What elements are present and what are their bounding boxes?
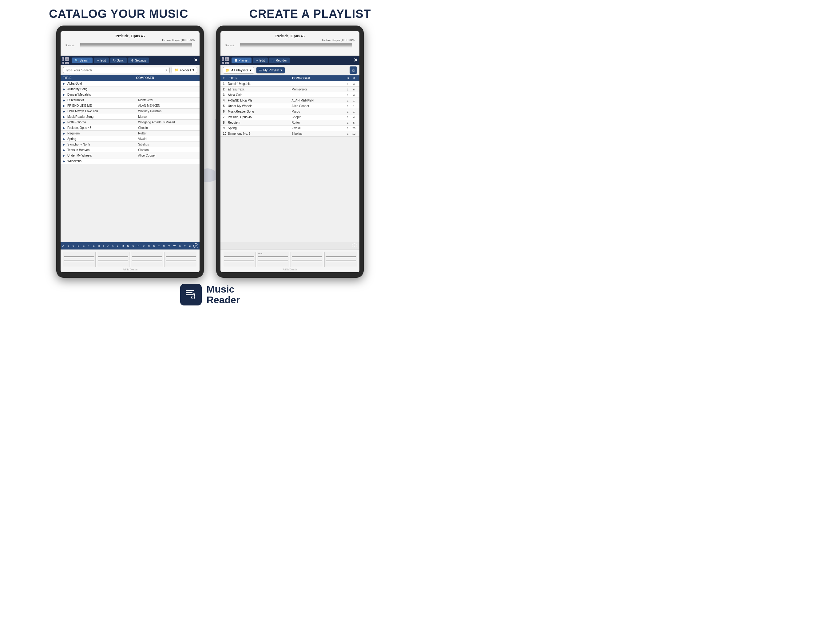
left-table-row[interactable]: ▶ Prelude, Opus 45 Chopin — [61, 125, 199, 131]
row-arrow: ▶ — [63, 132, 66, 135]
left-table-row[interactable]: ▶ Under My Wheels Alice Cooper — [61, 153, 199, 158]
row-arrow: ▶ — [63, 138, 66, 141]
alpha-letter[interactable]: M — [121, 244, 125, 248]
row-number: 4 — [223, 99, 228, 102]
all-playlists-dropdown[interactable]: 📁 All Playlists ▾ — [223, 67, 254, 73]
alpha-letter[interactable]: B — [67, 244, 69, 248]
right-measure-4 — [324, 252, 357, 267]
row-arrow: ▶ — [63, 99, 66, 102]
search-icon: 🔍 — [75, 59, 78, 62]
right-table-row[interactable]: 9 Spring Vivaldi 1 28 — [221, 125, 359, 131]
left-music-table[interactable]: ▶ Abba Gold ▶ Authority Song ▶ Dancin' M… — [61, 81, 199, 242]
alpha-letter[interactable]: O — [132, 244, 135, 248]
gear-icon: ⚙ — [131, 59, 134, 62]
row-composer: Whitney Houston — [138, 109, 197, 113]
search-input[interactable] — [65, 68, 165, 72]
left-table-row[interactable]: ▶ NotteEGiorno Wolfgang Amadeus Mozart — [61, 120, 199, 125]
row-number: 3 — [223, 93, 228, 97]
right-table-row[interactable]: 4 FRIEND LIKE ME ALAN MENKEN 1 1 — [221, 98, 359, 103]
left-table-row[interactable]: ▶ Dancin' Megahits — [61, 92, 199, 98]
page: CATALOG YOUR MUSIC CREATE A PLAYLIST ♩ P… — [0, 0, 420, 315]
row-title: Et resurrexit — [67, 98, 138, 102]
right-table-row[interactable]: 3 Abba Gold 1 4 — [221, 92, 359, 98]
right-table-row[interactable]: 5 Under My Wheels Alice Cooper 1 1 — [221, 103, 359, 109]
right-table-row[interactable]: 10 Symphony No. 5 Sibelius 1 12 — [221, 131, 359, 136]
folder-icon-2: 📁 — [226, 68, 230, 72]
tablets-row: ♩ Prelude, Opus 45 Frederic Chopin (1810… — [0, 25, 420, 278]
share-button[interactable]: ⎙ — [350, 66, 357, 74]
left-sheet-composer: Frederic Chopin (1810-1849) — [65, 38, 195, 41]
row-pg-end: 1 — [351, 104, 357, 108]
alpha-letter[interactable]: R — [147, 244, 150, 248]
left-table-row[interactable]: ▶ Tears in Heaven Clapton — [61, 147, 199, 153]
right-table-row[interactable]: 1 Dancin' Megahits 1 4 — [221, 81, 359, 87]
row-title: Wilhelmus — [67, 159, 138, 163]
left-table-row[interactable]: ▶ I Will Always Love You Whitney Houston — [61, 109, 199, 114]
search-input-wrap[interactable]: X — [63, 67, 170, 73]
right-edit-button[interactable]: ✏ Edit — [253, 57, 268, 63]
right-table-row[interactable]: 8 Requiem Rutter 1 5 — [221, 120, 359, 125]
alpha-letter[interactable]: U — [163, 244, 166, 248]
alpha-letter[interactable]: P — [137, 244, 140, 248]
alpha-letter[interactable]: T — [158, 244, 161, 248]
alpha-letter[interactable]: N — [127, 244, 130, 248]
alpha-letter[interactable]: W — [173, 244, 177, 248]
left-table-row[interactable]: ▶ MusicReader Song Marco — [61, 114, 199, 120]
left-table-row[interactable]: ▶ Abba Gold — [61, 81, 199, 86]
alpha-letter[interactable]: E — [82, 244, 85, 248]
alpha-letter[interactable]: L — [116, 244, 119, 248]
row-composer: Alice Cooper — [138, 154, 197, 157]
help-button[interactable]: ? — [352, 243, 357, 248]
left-table-row[interactable]: ▶ FRIEND LIKE ME ALAN MENKEN — [61, 103, 199, 109]
row-composer: ALAN MENKEN — [138, 104, 197, 108]
logo-container: Music Reader — [180, 284, 240, 306]
folder-dropdown[interactable]: 📁 Folder1 ▾ — [172, 67, 197, 73]
right-table-row[interactable]: 7 Prelude, Opus 45 Chopin 1 4 — [221, 114, 359, 120]
left-sheet-footer: Public Domain — [61, 250, 199, 272]
right-table-row[interactable]: 6 MusicReader Song Marco 1 1 — [221, 109, 359, 114]
logo-icon — [180, 284, 202, 306]
row-title: MusicReader Song — [67, 115, 138, 119]
left-table-row[interactable]: ▶ Authority Song — [61, 86, 199, 92]
left-table-row[interactable]: ▶ Requiem Rutter — [61, 131, 199, 136]
clear-icon[interactable]: X — [165, 68, 167, 72]
row-arrow: ▶ — [63, 149, 66, 152]
row-title: FRIEND LIKE ME — [67, 104, 138, 108]
left-table-row[interactable]: ▶ Symphony No. 5 Sibelius — [61, 142, 199, 147]
row-pg-start: 1 — [345, 127, 351, 130]
left-table-row[interactable]: ▶ Wilhelmus — [61, 158, 199, 164]
right-tempo: Sostenuto — [225, 44, 235, 47]
alpha-letter[interactable]: F — [87, 244, 90, 248]
alpha-letter[interactable]: G — [92, 244, 95, 248]
search-button[interactable]: 🔍 Search — [72, 57, 93, 63]
alpha-letter[interactable]: X — [178, 244, 181, 248]
alpha-letter[interactable]: A — [62, 244, 65, 248]
row-pg-end: 28 — [351, 127, 357, 130]
alpha-letter[interactable]: S — [153, 244, 155, 248]
alpha-letter[interactable]: Q — [142, 244, 145, 248]
right-table-row[interactable]: 2 Et resurrexit Monteverdi 1 6 — [221, 87, 359, 92]
close-button[interactable]: ✕ — [194, 58, 198, 63]
row-pg-start: 1 — [345, 116, 351, 119]
sync-button[interactable]: ↻ Sync — [110, 57, 127, 63]
right-music-table[interactable]: 1 Dancin' Megahits 1 4 2 Et resurrexit M… — [221, 81, 359, 242]
alpha-letter[interactable]: D — [77, 244, 80, 248]
alpha-letter[interactable]: Z — [188, 244, 191, 248]
alpha-letter[interactable]: K — [111, 244, 114, 248]
alpha-letter[interactable]: C — [72, 244, 75, 248]
left-table-row[interactable]: ▶ Et resurrexit Monteverdi — [61, 98, 199, 103]
edit-button[interactable]: ✏ Edit — [94, 57, 109, 63]
settings-button[interactable]: ⚙ Settings — [128, 57, 149, 63]
reorder-button[interactable]: ⇅ Reorder — [269, 57, 290, 63]
alpha-letter[interactable]: J — [107, 244, 109, 248]
my-playlist-dropdown[interactable]: ☰ My Playlist ▾ — [256, 67, 285, 73]
playlist-button[interactable]: ☰ Playlist — [232, 57, 251, 63]
alpha-letter[interactable]: V — [167, 244, 171, 248]
alpha-letter[interactable]: H — [98, 244, 101, 248]
left-table-row[interactable]: ▶ Spring Vivaldi — [61, 136, 199, 142]
row-arrow: ▶ — [63, 93, 66, 96]
alpha-letter[interactable]: Y — [183, 244, 186, 248]
alpha-letter[interactable]: I — [103, 244, 104, 248]
right-close-button[interactable]: ✕ — [354, 58, 358, 63]
left-help-button[interactable]: ? — [193, 243, 198, 248]
